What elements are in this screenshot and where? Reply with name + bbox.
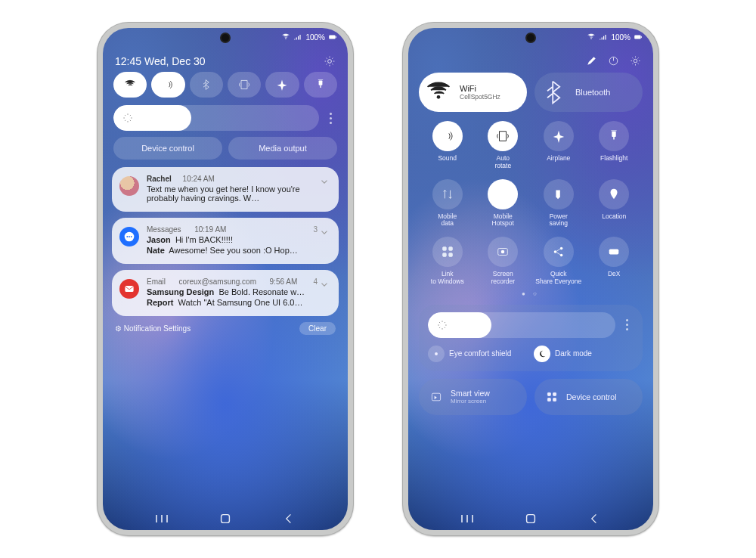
auto-rotate-icon bbox=[238, 79, 250, 91]
battery-text: 100% bbox=[611, 33, 631, 42]
tile-smart-view-icon[interactable]: Smart viewMirror screen bbox=[419, 379, 527, 415]
hotspot-icon bbox=[496, 188, 510, 201]
notif-count: 4 bbox=[313, 277, 318, 286]
nav-bar bbox=[408, 512, 653, 525]
brightness-panel: Eye comfort shield Dark mode bbox=[419, 305, 643, 371]
back-button[interactable] bbox=[584, 512, 604, 525]
messages-icon bbox=[119, 227, 139, 246]
quick-settings-row bbox=[103, 72, 348, 98]
quick-share-icon bbox=[552, 245, 565, 259]
notif-sender: Rachel bbox=[147, 175, 172, 183]
flashlight-icon bbox=[314, 79, 327, 91]
toggle-dark-mode-icon[interactable]: Dark mode bbox=[534, 346, 634, 362]
location-icon bbox=[607, 188, 621, 201]
notification-card-chat[interactable]: Rachel 10:24 AM Text me when you get her… bbox=[112, 167, 339, 212]
back-button[interactable] bbox=[279, 512, 299, 525]
bigtile-bluetooth-icon[interactable]: Bluetooth bbox=[534, 73, 643, 112]
smart-view-icon bbox=[430, 391, 442, 403]
qs-sound-icon[interactable] bbox=[151, 72, 184, 98]
recents-button[interactable] bbox=[457, 512, 477, 525]
wifi-icon bbox=[124, 79, 136, 91]
status-bar: 100% bbox=[281, 33, 337, 42]
qs-airplane-icon[interactable] bbox=[265, 72, 299, 98]
notification-card-email[interactable]: Email coreux@samsung.com 9:56 AM Samsung… bbox=[112, 270, 339, 316]
grid-hotspot-icon[interactable]: MobileHotspot bbox=[478, 179, 529, 228]
brightness-slider[interactable] bbox=[428, 312, 615, 338]
qs-flashlight-icon[interactable] bbox=[304, 72, 337, 98]
battery-full-icon bbox=[634, 33, 643, 42]
qs-wifi-icon[interactable] bbox=[113, 72, 147, 98]
mail-icon bbox=[119, 279, 139, 299]
home-button[interactable] bbox=[215, 512, 235, 525]
notification-card-messages[interactable]: Messages 10:19 AM Jason Hi I'm BACK!!!!!… bbox=[112, 218, 339, 264]
screen-left: 100% 12:45 Wed, Dec 30 Device control Me… bbox=[103, 28, 348, 530]
camera-hole bbox=[222, 34, 229, 42]
grid-dex-icon[interactable]: DeX bbox=[589, 237, 640, 286]
grid-airplane-icon[interactable]: Airplane bbox=[533, 121, 584, 170]
big-tile-row: WiFiCellSpot5GHz Bluetooth bbox=[408, 73, 653, 112]
sound-icon bbox=[162, 79, 174, 91]
chevron-down-icon[interactable] bbox=[319, 176, 330, 187]
eye-comfort-icon bbox=[432, 349, 441, 358]
grid-location-icon[interactable]: Location bbox=[589, 179, 640, 228]
dex-icon bbox=[607, 245, 621, 259]
clear-button[interactable]: Clear bbox=[299, 322, 336, 335]
grid-auto-rotate-icon[interactable]: Autorotate bbox=[478, 121, 529, 170]
nav-bar bbox=[103, 512, 348, 525]
power-saving-icon bbox=[552, 188, 565, 201]
camera-hole bbox=[527, 34, 534, 42]
notif-app: Messages bbox=[147, 225, 181, 234]
qs-auto-rotate-icon[interactable] bbox=[228, 72, 261, 98]
notif-time: 10:24 AM bbox=[183, 175, 215, 183]
grid-flashlight-icon[interactable]: Flashlight bbox=[589, 121, 640, 170]
notif-time: 10:19 AM bbox=[194, 225, 226, 234]
bigtile-wifi-icon[interactable]: WiFiCellSpot5GHz bbox=[419, 73, 527, 112]
battery-full-icon bbox=[328, 33, 337, 42]
page-dots: ● ○ bbox=[408, 286, 653, 297]
mobile-data-icon bbox=[441, 188, 454, 201]
tile-device-control-icon[interactable]: Device control bbox=[534, 379, 643, 415]
svg-rect-26 bbox=[527, 515, 535, 523]
screen-recorder-icon bbox=[496, 245, 510, 259]
phone-left: 100% 12:45 Wed, Dec 30 Device control Me… bbox=[97, 22, 354, 536]
pencil-icon[interactable] bbox=[586, 55, 597, 67]
signal-icon bbox=[599, 33, 608, 42]
svg-rect-25 bbox=[222, 515, 230, 523]
gear-icon[interactable] bbox=[324, 55, 336, 67]
date-time: 12:45 Wed, Dec 30 bbox=[115, 55, 206, 67]
power-icon[interactable] bbox=[608, 55, 619, 67]
kebab-icon[interactable] bbox=[620, 319, 634, 330]
chevron-down-icon[interactable] bbox=[319, 279, 330, 290]
toggle-eye-comfort-icon[interactable]: Eye comfort shield bbox=[428, 346, 528, 362]
brightness-slider[interactable] bbox=[113, 105, 319, 131]
device-control-icon bbox=[546, 391, 558, 403]
sound-icon bbox=[441, 129, 454, 143]
grid-sound-icon[interactable]: Sound bbox=[422, 121, 473, 170]
grid-power-saving-icon[interactable]: Powersaving bbox=[533, 179, 584, 228]
quick-settings-grid: Sound Autorotate Airplane Flashlight Mob… bbox=[408, 112, 653, 286]
gear-icon[interactable] bbox=[630, 55, 641, 67]
grid-link-windows-icon[interactable]: Linkto Windows bbox=[422, 237, 473, 286]
device-control-button[interactable]: Device control bbox=[113, 137, 222, 160]
home-button[interactable] bbox=[521, 512, 541, 525]
battery-text: 100% bbox=[305, 33, 325, 42]
notif-body: Text me when you get here! I know you're… bbox=[147, 184, 330, 203]
grid-mobile-data-icon[interactable]: Mobiledata bbox=[422, 179, 473, 228]
recents-button[interactable] bbox=[152, 512, 172, 525]
signal-icon bbox=[293, 33, 302, 42]
bluetooth-icon bbox=[200, 79, 212, 91]
wifi-icon bbox=[281, 33, 290, 42]
airplane-icon bbox=[552, 129, 565, 143]
wifi-icon bbox=[587, 33, 596, 42]
qs-bluetooth-icon[interactable] bbox=[190, 72, 223, 98]
link-windows-icon bbox=[441, 245, 454, 259]
grid-quick-share-icon[interactable]: QuickShare Everyone bbox=[533, 237, 584, 286]
wifi-icon bbox=[425, 79, 452, 106]
chevron-down-icon[interactable] bbox=[319, 227, 330, 237]
notification-settings-link[interactable]: ⚙ Notification Settings bbox=[115, 324, 191, 333]
kebab-icon[interactable] bbox=[324, 113, 337, 124]
auto-rotate-icon bbox=[496, 129, 510, 143]
avatar bbox=[119, 176, 139, 196]
media-output-button[interactable]: Media output bbox=[228, 137, 337, 160]
grid-screen-recorder-icon[interactable]: Screenrecorder bbox=[478, 237, 529, 286]
